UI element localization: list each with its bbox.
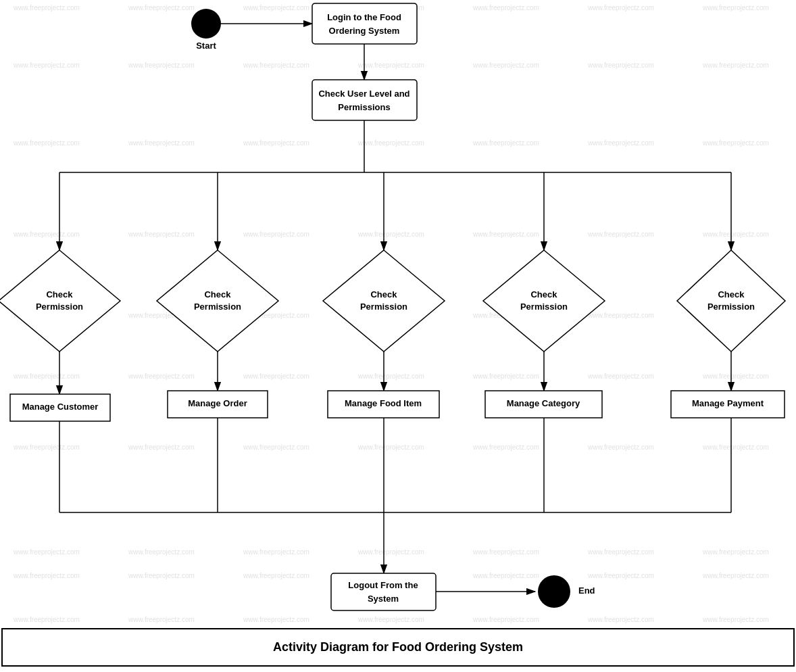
svg-text:www.freeprojectz.com: www.freeprojectz.com bbox=[587, 62, 654, 69]
svg-text:www.freeprojectz.com: www.freeprojectz.com bbox=[128, 572, 195, 579]
svg-text:www.freeprojectz.com: www.freeprojectz.com bbox=[587, 443, 654, 451]
svg-text:www.freeprojectz.com: www.freeprojectz.com bbox=[587, 373, 654, 380]
svg-text:www.freeprojectz.com: www.freeprojectz.com bbox=[702, 373, 769, 380]
svg-text:www.freeprojectz.com: www.freeprojectz.com bbox=[472, 62, 539, 69]
svg-text:www.freeprojectz.com: www.freeprojectz.com bbox=[243, 443, 309, 451]
svg-text:www.freeprojectz.com: www.freeprojectz.com bbox=[587, 231, 654, 238]
login-box bbox=[312, 3, 417, 44]
svg-text:www.freeprojectz.com: www.freeprojectz.com bbox=[587, 4, 654, 11]
svg-text:www.freeprojectz.com: www.freeprojectz.com bbox=[357, 373, 424, 380]
login-text-1: Login to the Food bbox=[327, 12, 401, 22]
cperm1-text1: Check bbox=[46, 289, 73, 299]
svg-text:www.freeprojectz.com: www.freeprojectz.com bbox=[243, 548, 309, 556]
logout-text-2: System bbox=[368, 594, 399, 604]
start-label: Start bbox=[196, 41, 216, 51]
svg-text:www.freeprojectz.com: www.freeprojectz.com bbox=[243, 231, 309, 238]
svg-text:www.freeprojectz.com: www.freeprojectz.com bbox=[243, 373, 309, 380]
login-text-2: Ordering System bbox=[329, 26, 400, 36]
svg-text:www.freeprojectz.com: www.freeprojectz.com bbox=[128, 62, 195, 69]
svg-text:www.freeprojectz.com: www.freeprojectz.com bbox=[357, 548, 424, 556]
svg-text:www.freeprojectz.com: www.freeprojectz.com bbox=[472, 373, 539, 380]
svg-text:www.freeprojectz.com: www.freeprojectz.com bbox=[587, 139, 654, 147]
svg-text:www.freeprojectz.com: www.freeprojectz.com bbox=[128, 616, 195, 623]
check-permissions-box bbox=[312, 80, 417, 120]
svg-text:www.freeprojectz.com: www.freeprojectz.com bbox=[702, 62, 769, 69]
check-perm-diamond-2 bbox=[157, 250, 278, 352]
svg-text:www.freeprojectz.com: www.freeprojectz.com bbox=[13, 572, 80, 579]
svg-text:www.freeprojectz.com: www.freeprojectz.com bbox=[128, 373, 195, 380]
end-node-inner bbox=[541, 578, 568, 605]
manage-food-text: Manage Food Item bbox=[345, 398, 422, 408]
svg-text:www.freeprojectz.com: www.freeprojectz.com bbox=[472, 4, 539, 11]
svg-text:www.freeprojectz.com: www.freeprojectz.com bbox=[357, 62, 424, 69]
svg-text:www.freeprojectz.com: www.freeprojectz.com bbox=[128, 548, 195, 556]
cperm1-text2: Permission bbox=[36, 302, 83, 312]
check-perm-diamond-4 bbox=[483, 250, 605, 352]
svg-text:www.freeprojectz.com: www.freeprojectz.com bbox=[472, 572, 539, 579]
svg-text:www.freeprojectz.com: www.freeprojectz.com bbox=[472, 616, 539, 623]
check-perm-diamond-1 bbox=[0, 250, 120, 352]
check-text-1: Check User Level and bbox=[318, 89, 409, 99]
diagram-container: www.freeprojectz.com www.freeprojectz.co… bbox=[0, 0, 796, 672]
svg-text:www.freeprojectz.com: www.freeprojectz.com bbox=[702, 4, 769, 11]
svg-text:www.freeprojectz.com: www.freeprojectz.com bbox=[357, 231, 424, 238]
end-label: End bbox=[578, 585, 595, 596]
svg-text:www.freeprojectz.com: www.freeprojectz.com bbox=[587, 548, 654, 556]
manage-payment-text: Manage Payment bbox=[692, 398, 764, 408]
svg-text:www.freeprojectz.com: www.freeprojectz.com bbox=[243, 616, 309, 623]
svg-text:www.freeprojectz.com: www.freeprojectz.com bbox=[357, 443, 424, 451]
svg-text:www.freeprojectz.com: www.freeprojectz.com bbox=[587, 572, 654, 579]
svg-text:www.freeprojectz.com: www.freeprojectz.com bbox=[243, 4, 309, 11]
svg-text:www.freeprojectz.com: www.freeprojectz.com bbox=[13, 443, 80, 451]
svg-text:www.freeprojectz.com: www.freeprojectz.com bbox=[587, 312, 654, 319]
cperm4-text2: Permission bbox=[520, 302, 568, 312]
cperm2-text2: Permission bbox=[194, 302, 241, 312]
svg-text:www.freeprojectz.com: www.freeprojectz.com bbox=[128, 4, 195, 11]
svg-text:www.freeprojectz.com: www.freeprojectz.com bbox=[702, 443, 769, 451]
manage-order-text: Manage Order bbox=[188, 398, 247, 408]
svg-text:www.freeprojectz.com: www.freeprojectz.com bbox=[13, 373, 80, 380]
cperm3-text2: Permission bbox=[360, 302, 407, 312]
manage-customer-text: Manage Customer bbox=[22, 402, 99, 412]
diagram-title: Activity Diagram for Food Ordering Syste… bbox=[273, 640, 523, 654]
svg-text:www.freeprojectz.com: www.freeprojectz.com bbox=[13, 62, 80, 69]
svg-text:www.freeprojectz.com: www.freeprojectz.com bbox=[13, 4, 80, 11]
svg-text:www.freeprojectz.com: www.freeprojectz.com bbox=[243, 139, 309, 147]
check-text-2: Permissions bbox=[338, 102, 390, 112]
svg-text:www.freeprojectz.com: www.freeprojectz.com bbox=[243, 572, 309, 579]
svg-text:www.freeprojectz.com: www.freeprojectz.com bbox=[472, 443, 539, 451]
svg-text:www.freeprojectz.com: www.freeprojectz.com bbox=[702, 616, 769, 623]
logout-text-1: Logout From the bbox=[348, 580, 418, 590]
check-perm-diamond-5 bbox=[677, 250, 785, 352]
cperm5-text1: Check bbox=[718, 289, 745, 299]
svg-text:www.freeprojectz.com: www.freeprojectz.com bbox=[702, 572, 769, 579]
svg-text:www.freeprojectz.com: www.freeprojectz.com bbox=[472, 548, 539, 556]
svg-text:www.freeprojectz.com: www.freeprojectz.com bbox=[702, 231, 769, 238]
svg-text:www.freeprojectz.com: www.freeprojectz.com bbox=[13, 231, 80, 238]
svg-text:www.freeprojectz.com: www.freeprojectz.com bbox=[357, 139, 424, 147]
svg-text:www.freeprojectz.com: www.freeprojectz.com bbox=[243, 62, 309, 69]
cperm3-text1: Check bbox=[370, 289, 397, 299]
check-perm-diamond-3 bbox=[323, 250, 445, 352]
svg-text:www.freeprojectz.com: www.freeprojectz.com bbox=[472, 231, 539, 238]
cperm2-text1: Check bbox=[204, 289, 231, 299]
svg-text:www.freeprojectz.com: www.freeprojectz.com bbox=[702, 548, 769, 556]
cperm5-text2: Permission bbox=[707, 302, 755, 312]
cperm4-text1: Check bbox=[530, 289, 557, 299]
svg-text:www.freeprojectz.com: www.freeprojectz.com bbox=[472, 139, 539, 147]
svg-text:www.freeprojectz.com: www.freeprojectz.com bbox=[13, 139, 80, 147]
logout-box bbox=[331, 573, 436, 610]
svg-text:www.freeprojectz.com: www.freeprojectz.com bbox=[128, 139, 195, 147]
start-node bbox=[191, 9, 221, 39]
svg-text:www.freeprojectz.com: www.freeprojectz.com bbox=[587, 616, 654, 623]
svg-text:www.freeprojectz.com: www.freeprojectz.com bbox=[128, 443, 195, 451]
svg-text:www.freeprojectz.com: www.freeprojectz.com bbox=[357, 616, 424, 623]
manage-category-text: Manage Category bbox=[507, 398, 580, 408]
svg-text:www.freeprojectz.com: www.freeprojectz.com bbox=[128, 231, 195, 238]
svg-text:www.freeprojectz.com: www.freeprojectz.com bbox=[13, 616, 80, 623]
svg-text:www.freeprojectz.com: www.freeprojectz.com bbox=[13, 548, 80, 556]
svg-text:www.freeprojectz.com: www.freeprojectz.com bbox=[702, 139, 769, 147]
